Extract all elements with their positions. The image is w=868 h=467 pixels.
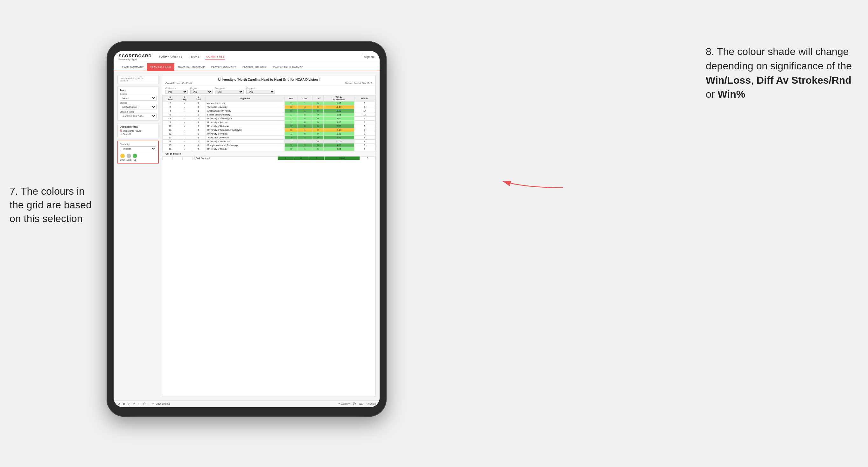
cell-win: 3 <box>285 124 298 128</box>
cell-rank: 6 <box>163 113 178 117</box>
sub-nav-team-summary[interactable]: TEAM SUMMARY <box>119 63 147 71</box>
sub-nav-player-h2h-heatmap[interactable]: PLAYER H2H HEATMAP <box>270 63 306 71</box>
cell-conf: 2 <box>191 117 206 121</box>
nav-tournaments[interactable]: TOURNAMENTS <box>158 54 183 60</box>
division-record: Division Record: 88 - 17 - 0 <box>345 82 372 84</box>
nav-committee[interactable]: COMMITTEE <box>205 54 225 60</box>
scoreboard-logo: SCOREBOARD Powered by clippd <box>119 54 152 60</box>
col-opponent: Opponent <box>206 95 285 101</box>
sub-nav-player-h2h-grid[interactable]: PLAYER H2H GRID <box>239 63 270 71</box>
filter-conference-select[interactable]: (All) <box>165 90 188 94</box>
last-updated-text: Last Updated: 27/03/2024 <box>120 77 157 80</box>
table-row: 2 - 1 Auburn University 2 1 0 1.67 9 <box>163 101 375 105</box>
toolbar-sep: | <box>149 402 149 405</box>
cell-reg: - <box>178 105 191 109</box>
toolbar-copy[interactable]: ⊡ <box>138 402 140 406</box>
share-icon[interactable]: ⊡⊡ <box>359 402 363 405</box>
col-loss: Loss <box>298 95 312 101</box>
cell-win: 0 <box>285 128 298 132</box>
cell-conf: 2 <box>191 113 206 117</box>
watch-btn[interactable]: 👁 Watch ▾ <box>338 402 350 405</box>
cell-diff: 2.61 <box>323 124 354 128</box>
colour-by-select[interactable]: Win/loss <box>120 146 156 151</box>
cell-opponent: Georgia Institute of Technology <box>206 144 285 147</box>
out-of-division-table: NCAA Division II 1 0 0 26.00 3 <box>162 156 375 160</box>
col-reg: #Reg <box>178 95 191 101</box>
cell-rank: 16 <box>163 147 178 151</box>
filter-opp-select-2[interactable]: (All) <box>246 90 275 94</box>
legend-dot-down <box>120 154 125 158</box>
legend: Down Level Up <box>120 154 156 161</box>
radio-dot-1 <box>120 129 122 132</box>
table-row: 11 - 6 University of Arkansas, Fayettevi… <box>163 128 375 132</box>
toolbar-timer[interactable]: ⏱ <box>143 402 146 406</box>
cell-opponent: University of Arizona <box>206 121 285 124</box>
ood-rounds: 3 <box>360 157 375 160</box>
cell-win: 2 <box>285 101 298 105</box>
cell-diff: -4.33 <box>323 128 354 132</box>
sub-nav-team-h2h-grid[interactable]: TEAM H2H GRID <box>147 63 175 71</box>
table-row: 6 - 2 Florida State University 1 0 0 1.8… <box>163 113 375 117</box>
toolbar-back[interactable]: ◁ <box>128 402 130 406</box>
cell-reg: - <box>178 139 191 144</box>
ood-opponent: NCAA Division II <box>192 157 277 160</box>
filter-region-select[interactable]: (All) <box>190 90 213 94</box>
toolbar-right: 👁 Watch ▾ 💬 ⊡⊡ ⬡ Share <box>338 402 376 405</box>
gender-select[interactable]: Men's <box>120 96 157 100</box>
toolbar-redo[interactable]: ↻ <box>123 402 125 406</box>
school-select[interactable]: 1. University of Nort... <box>120 114 157 118</box>
main-nav: TOURNAMENTS TEAMS COMMITTEE <box>158 54 356 60</box>
logo-text: SCOREBOARD <box>119 54 152 58</box>
filter-opponent-select[interactable]: (All) <box>215 90 244 94</box>
cell-diff: 9.00 <box>323 121 354 124</box>
sign-out-link[interactable]: | Sign out <box>363 55 374 59</box>
cell-reg: - <box>178 136 191 139</box>
share-btn[interactable]: ⬡ Share <box>367 402 376 405</box>
h2h-table: #Rank #Reg #Conf Opponent Win Loss Tie D… <box>162 95 375 151</box>
annotation-right-text: 8. The colour shade will change dependin… <box>706 44 859 101</box>
cell-conf: 5 <box>191 124 206 128</box>
cell-loss: 0 <box>298 136 312 139</box>
division-select[interactable]: NCAA Division I <box>120 105 157 110</box>
radio-opponents-played[interactable]: Opponents Played <box>120 129 157 132</box>
division-label: Division <box>120 102 157 104</box>
toolbar-scissors[interactable]: ✂ <box>133 402 135 406</box>
cell-reg: - <box>178 144 191 147</box>
col-rank: #Rank <box>163 95 178 101</box>
col-rounds: Rounds <box>354 95 375 101</box>
cell-reg: - <box>178 121 191 124</box>
cell-tie: 0 <box>312 124 323 128</box>
filter-opponent: Opponents: (All) <box>215 87 244 94</box>
table-row: 13 - 1 Texas Tech University 3 0 0 5.56 … <box>163 136 375 139</box>
left-panel: Last Updated: 27/03/2024 16:55:38 Team G… <box>117 75 159 396</box>
comment-btn[interactable]: 💬 <box>353 402 356 405</box>
cell-rounds: 9 <box>354 147 375 151</box>
cell-rounds: 2 <box>354 121 375 124</box>
toolbar-undo[interactable]: ↺ <box>117 402 120 406</box>
cell-loss: 1 <box>298 139 312 144</box>
annotation-left-text: 7. The colours in the grid are based on … <box>9 185 99 226</box>
cell-reg: - <box>178 147 191 151</box>
cell-rounds: 3 <box>354 128 375 132</box>
nav-teams[interactable]: TEAMS <box>188 54 200 60</box>
filter-opponents-label: Conference <box>165 87 188 89</box>
cell-diff: 5.56 <box>323 136 354 139</box>
cell-loss: 1 <box>298 109 312 113</box>
cell-loss: 0 <box>298 117 312 121</box>
cell-rank: 8 <box>163 117 178 121</box>
legend-label-up: Up <box>134 159 136 161</box>
cell-opponent: University of Virginia <box>206 132 285 136</box>
cell-loss: 1 <box>298 128 312 132</box>
right-panel: University of North Carolina Head-to-Hea… <box>162 75 376 396</box>
view-label: View: Original <box>156 402 170 405</box>
radio-top100[interactable]: Top 100 <box>120 133 157 135</box>
table-row: 16 - 7 University of Florida 3 1 0 6.62 … <box>163 147 375 151</box>
sub-nav-player-summary[interactable]: PLAYER SUMMARY <box>208 63 239 71</box>
sub-nav-team-h2h-heatmap[interactable]: TEAM H2H HEATMAP <box>174 63 208 71</box>
cell-loss: 0 <box>298 144 312 147</box>
table-row: 8 - 2 University of Washington 1 0 0 3.6… <box>163 117 375 121</box>
table-row: 12 - 3 University of Virginia 1 0 0 2.33… <box>163 132 375 136</box>
tablet-frame: SCOREBOARD Powered by clippd TOURNAMENTS… <box>106 41 386 417</box>
grid-header: University of North Carolina Head-to-Hea… <box>162 75 375 86</box>
footer-toolbar: ↺ ↻ ◁ ✂ ⊡ ⏱ | 👁 View: Original 👁 Watch ▾… <box>114 400 380 407</box>
